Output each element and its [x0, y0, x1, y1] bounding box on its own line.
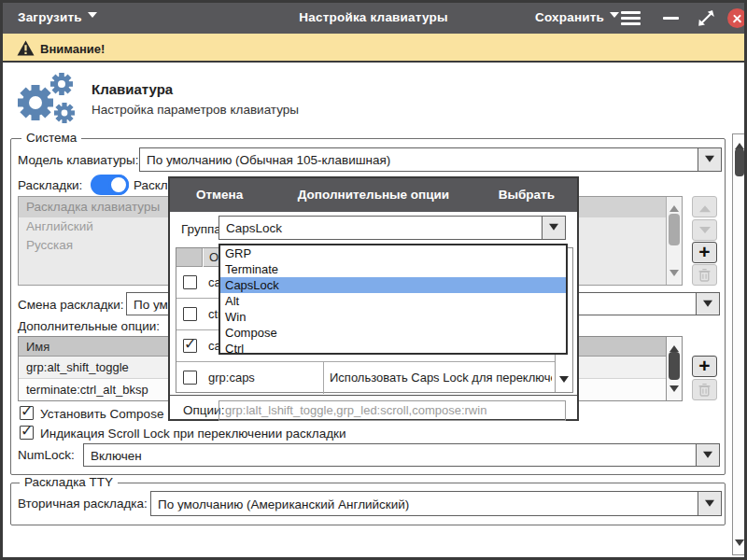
group-select-value: CapsLock	[226, 221, 541, 235]
dialog-select-button[interactable]: Выбрать	[499, 188, 555, 202]
minimize-icon[interactable]	[663, 17, 679, 20]
chevron-down-icon	[610, 12, 619, 22]
chevron-down-icon[interactable]	[696, 444, 719, 466]
additional-options-dialog: Отмена Дополнительные опции Выбрать Груп…	[168, 176, 579, 421]
chevron-down-icon[interactable]	[698, 148, 721, 171]
keyboard-model-select[interactable]: По умолчанию (Обычная 105-клавишная)	[139, 147, 722, 172]
option-checkbox[interactable]	[183, 339, 197, 353]
scrollbar-thumb[interactable]	[735, 148, 744, 176]
arrow-down-icon	[699, 227, 711, 239]
add-option-button[interactable]: +	[692, 356, 717, 377]
titlebar: Загрузить Настройка клавиатуры Сохранить	[3, 3, 744, 34]
scrollbar-thumb[interactable]	[669, 352, 680, 380]
keyboard-model-label: Модель клавиатуры:	[18, 153, 138, 167]
compose-checkbox-label: Установить Compose	[40, 407, 163, 421]
delete-option-button[interactable]	[692, 379, 717, 400]
tty-legend: Раскладка TTY	[20, 475, 118, 489]
delete-layout-button[interactable]	[692, 264, 717, 286]
expand-icon[interactable]	[698, 9, 715, 27]
dropdown-option-selected[interactable]: CapsLock	[220, 277, 566, 293]
scroll-up-icon[interactable]	[669, 341, 679, 352]
dropdown-option[interactable]: Terminate	[220, 261, 566, 277]
layouts-label: Раскладки:	[18, 178, 82, 192]
hamburger-menu-icon[interactable]	[621, 11, 641, 25]
toggle-knob	[108, 175, 129, 195]
option-cell: grp:caps	[208, 362, 320, 394]
system-legend: Система	[21, 131, 81, 145]
options-table-scrollbar[interactable]	[666, 337, 682, 400]
page-subtitle: Настройка параметров клавиатуры	[92, 103, 299, 117]
gears-icon	[10, 72, 79, 126]
additional-options-label: Дополнительные опции:	[18, 319, 160, 333]
layouts-list-scrollbar[interactable]	[666, 197, 682, 285]
move-up-button[interactable]	[692, 196, 717, 217]
save-menu-label: Сохранить	[535, 10, 604, 24]
option-checkbox[interactable]	[183, 371, 197, 385]
warning-triangle-icon	[17, 40, 35, 56]
dropdown-option[interactable]: Win	[220, 309, 566, 325]
numlock-select[interactable]: Включен	[83, 443, 720, 467]
save-menu-button[interactable]: Сохранить	[535, 10, 619, 24]
scrolllock-checkbox-label: Индикация Scroll Lock при переключении р…	[40, 427, 345, 441]
dropdown-option[interactable]: GRP	[220, 245, 566, 261]
numlock-label: NumLock:	[18, 448, 75, 462]
move-down-button[interactable]	[692, 219, 717, 241]
layouts-toggle[interactable]	[91, 175, 129, 195]
scrollbar-thumb[interactable]	[669, 214, 680, 245]
scroll-down-icon[interactable]	[735, 539, 744, 551]
secondary-layout-select[interactable]: По умолчанию (Американский Английский)	[150, 491, 722, 516]
scroll-down-icon[interactable]	[669, 385, 679, 397]
warning-text: Внимание!	[40, 42, 105, 56]
chevron-down-icon[interactable]	[696, 293, 719, 315]
layout-switch-label: Смена раскладки:	[18, 298, 124, 312]
scrolllock-checkbox[interactable]	[20, 426, 34, 440]
dialog-header: Отмена Дополнительные опции Выбрать	[170, 178, 577, 212]
layouts-toggle-text: Раскл	[134, 178, 168, 192]
app-window: Загрузить Настройка клавиатуры Сохранить…	[0, 0, 747, 560]
plus-icon: +	[698, 241, 710, 263]
chevron-down-icon[interactable]	[698, 492, 721, 515]
option-checkbox[interactable]	[183, 307, 197, 321]
dropdown-option[interactable]: Compose	[220, 325, 566, 341]
dropdown-option[interactable]: Ctrl	[220, 341, 566, 357]
main-scrollbar[interactable]	[732, 133, 747, 555]
scroll-down-icon[interactable]	[669, 270, 679, 281]
page-title: Клавиатура	[92, 81, 173, 97]
option-checkbox[interactable]	[183, 275, 197, 289]
arrow-up-icon	[699, 200, 711, 212]
options-input[interactable]: grp:lalt_lshift_toggle,grp_led:scroll,co…	[218, 400, 566, 421]
group-select[interactable]: CapsLock	[218, 216, 566, 240]
scroll-up-icon[interactable]	[669, 201, 679, 212]
divider	[170, 395, 577, 396]
chevron-down-icon[interactable]	[542, 217, 565, 239]
group-dropdown-list[interactable]: GRP Terminate CapsLock Alt Win Compose C…	[218, 244, 568, 355]
trash-icon	[698, 383, 712, 397]
table-row[interactable]: grp:caps Использовать Caps Lock для пере…	[176, 362, 572, 394]
add-layout-button[interactable]: +	[692, 242, 717, 263]
secondary-layout-label: Вторичная раскладка:	[18, 497, 148, 511]
numlock-value: Включен	[91, 448, 695, 462]
close-icon[interactable]	[727, 8, 747, 28]
secondary-layout-value: По умолчанию (Американский Английский)	[158, 497, 697, 511]
trash-icon	[698, 268, 712, 282]
warning-banner: Внимание!	[3, 34, 744, 63]
plus-icon: +	[698, 355, 710, 377]
checkbox-column-header	[176, 248, 203, 267]
description-cell: Использовать Caps Lock для переключе	[330, 362, 552, 394]
compose-checkbox[interactable]	[20, 406, 34, 420]
dropdown-option[interactable]: Alt	[220, 293, 566, 309]
keyboard-model-value: По умолчанию (Обычная 105-клавишная)	[147, 153, 697, 167]
